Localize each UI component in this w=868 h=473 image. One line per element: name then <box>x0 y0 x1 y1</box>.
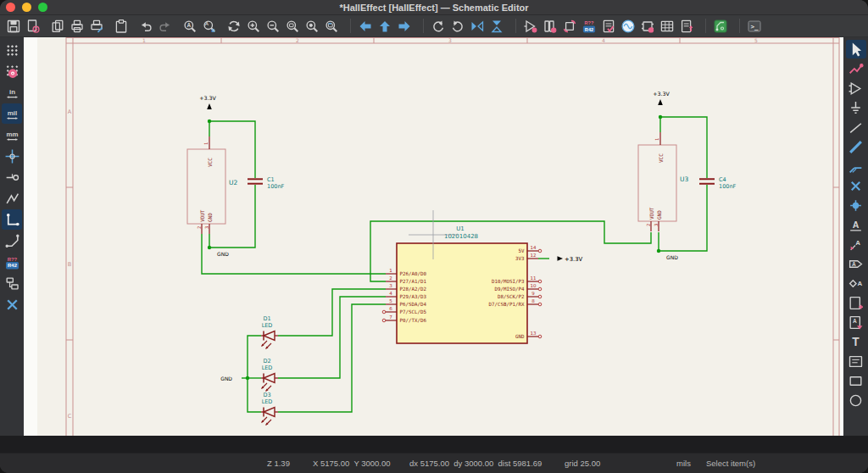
toggle-grid-overrides-icon[interactable] <box>2 61 22 81</box>
pin-name[interactable]: P6/SDA/D4 <box>400 302 427 307</box>
schematic-text[interactable]: GND <box>217 251 229 257</box>
units-mm-icon[interactable]: mm <box>2 125 22 145</box>
properties-manager-icon[interactable] <box>2 294 22 314</box>
add-textbox-icon[interactable] <box>846 352 866 370</box>
wire[interactable] <box>209 185 255 248</box>
add-rectangle-icon[interactable] <box>846 371 866 390</box>
line-mode-free-icon[interactable] <box>2 188 22 209</box>
rotate-cw-icon[interactable] <box>448 16 467 36</box>
schematic-text[interactable]: GND <box>666 254 678 260</box>
mirror-horizontal-icon[interactable] <box>487 16 506 36</box>
pin-name[interactable]: P0//TX/D6 <box>400 318 427 323</box>
pin-name[interactable]: GND <box>515 334 525 339</box>
schematic-text[interactable]: +3.3V <box>565 256 583 263</box>
component-D1[interactable]: D1LED <box>261 315 278 349</box>
paste-icon[interactable] <box>111 16 131 36</box>
zoom-fit-icon[interactable] <box>282 16 302 36</box>
pin-name[interactable]: P26/A0/D0 <box>400 271 427 276</box>
schematic-text[interactable]: 7 <box>389 314 392 320</box>
schematic-text[interactable]: 2 <box>389 275 392 281</box>
schematic-text[interactable]: 3 <box>389 283 392 288</box>
schematic-text[interactable]: C4 <box>719 176 726 183</box>
find-replace-icon[interactable]: AB <box>199 16 219 36</box>
schematic-text[interactable]: 9 <box>531 291 535 296</box>
pin-name[interactable]: D10/MOSI/P3 <box>492 279 525 284</box>
pin-name[interactable]: D8/SCK/P2 <box>498 294 524 299</box>
schematic-text[interactable]: 8 <box>531 298 535 303</box>
junction-dot[interactable] <box>208 120 211 123</box>
wire[interactable] <box>659 185 707 251</box>
schematic-text[interactable]: 1 <box>389 268 392 273</box>
power-flag-+3.3V[interactable]: +3.3V <box>549 256 583 263</box>
toggle-grid-icon[interactable] <box>2 40 22 60</box>
pin-name[interactable]: P7/SCL/D5 <box>400 309 427 314</box>
schematic-text[interactable]: LED <box>262 398 273 405</box>
add-symbol-icon[interactable] <box>846 79 866 97</box>
add-sheet-icon[interactable] <box>846 293 866 312</box>
add-bus-icon[interactable] <box>846 137 866 156</box>
zoom-objects-icon[interactable] <box>302 16 321 36</box>
hierarchical-label-icon[interactable]: A <box>846 274 866 292</box>
schematic-text[interactable]: LED <box>262 364 273 371</box>
line-mode-90-icon[interactable] <box>2 209 22 230</box>
wire[interactable] <box>660 117 707 178</box>
save-icon[interactable] <box>3 16 23 36</box>
redo-icon[interactable] <box>155 16 175 36</box>
power-flag-+3.3V[interactable]: +3.3V <box>199 95 216 120</box>
add-circle-icon[interactable] <box>846 391 866 409</box>
show-hidden-pins-icon[interactable] <box>2 167 22 187</box>
schematic-text[interactable]: 5 <box>389 298 392 303</box>
schematic-text[interactable]: 6 <box>389 306 392 311</box>
nav-up-icon[interactable] <box>375 16 394 36</box>
bom-icon[interactable] <box>676 16 696 36</box>
schematic-text[interactable]: LED <box>262 322 273 329</box>
schematic-text[interactable]: 100nF <box>719 183 737 190</box>
edit-symbol-icon[interactable] <box>520 16 540 36</box>
pin-name[interactable]: 5V <box>519 248 525 253</box>
page-settings-icon[interactable] <box>47 16 67 36</box>
pcb-editor-icon[interactable] <box>710 16 730 36</box>
pin-name[interactable]: D9/MISO/P4 <box>495 287 525 292</box>
symbol-fields-table-icon[interactable] <box>657 16 676 36</box>
schematic-text[interactable]: +3.3V <box>653 91 670 97</box>
component-D2[interactable]: D2LED <box>261 358 278 392</box>
nav-forward-icon[interactable] <box>394 16 414 36</box>
junction-dot[interactable] <box>657 249 660 253</box>
global-label-icon[interactable]: A <box>846 254 866 273</box>
units-inches-icon[interactable]: in <box>2 82 22 103</box>
add-text-icon[interactable]: T <box>846 332 866 351</box>
hierarchy-navigator-icon[interactable] <box>2 273 22 293</box>
schematic-text[interactable]: 12 <box>531 253 537 258</box>
mirror-vertical-icon[interactable] <box>467 16 487 36</box>
junction-dot[interactable] <box>659 115 662 119</box>
component-C1[interactable]: C1100nF <box>248 176 285 190</box>
schematic-text[interactable]: 100nF <box>267 183 285 190</box>
schematic-text[interactable]: 13 <box>531 331 537 336</box>
erc-icon[interactable] <box>598 16 618 36</box>
pin-name[interactable]: 3V3 <box>515 256 525 261</box>
net-class-directive-icon[interactable]: A <box>846 235 866 253</box>
units-mils-icon[interactable]: mil <box>2 103 22 124</box>
junction-dot[interactable] <box>246 376 249 380</box>
power-flag-+3.3V[interactable]: +3.3V <box>653 91 670 116</box>
schematic-text[interactable]: U2 <box>229 179 237 186</box>
highlight-net-icon[interactable] <box>846 59 866 78</box>
schematic-text[interactable]: D2 <box>263 358 270 364</box>
zoom-in-icon[interactable] <box>243 16 263 36</box>
refresh-icon[interactable] <box>224 16 243 36</box>
schematic-text[interactable]: D3 <box>263 392 270 398</box>
junction-dot[interactable] <box>208 246 211 249</box>
net-label-icon[interactable]: A <box>846 215 866 234</box>
sheet-pin-icon[interactable]: A <box>846 313 866 331</box>
wire-to-bus-entry-icon[interactable] <box>846 157 866 175</box>
schematic-text[interactable]: C1 <box>267 176 275 183</box>
schematic-text[interactable]: U1 <box>456 225 465 232</box>
schematic-setup-icon[interactable] <box>23 16 42 36</box>
component-U1[interactable]: U11020104281P26/A0/D02P27/A1/D13P28/A2/D… <box>382 225 542 343</box>
horizontal-scrollbar-strip[interactable] <box>0 436 868 453</box>
find-icon[interactable]: A <box>180 16 199 36</box>
pin-name[interactable]: P27/A1/D1 <box>400 279 427 284</box>
pin-name[interactable]: D7/CSB/P1/RX <box>489 302 525 307</box>
schematic-text[interactable]: 11 <box>531 275 537 281</box>
library-browser-icon[interactable] <box>540 16 559 36</box>
